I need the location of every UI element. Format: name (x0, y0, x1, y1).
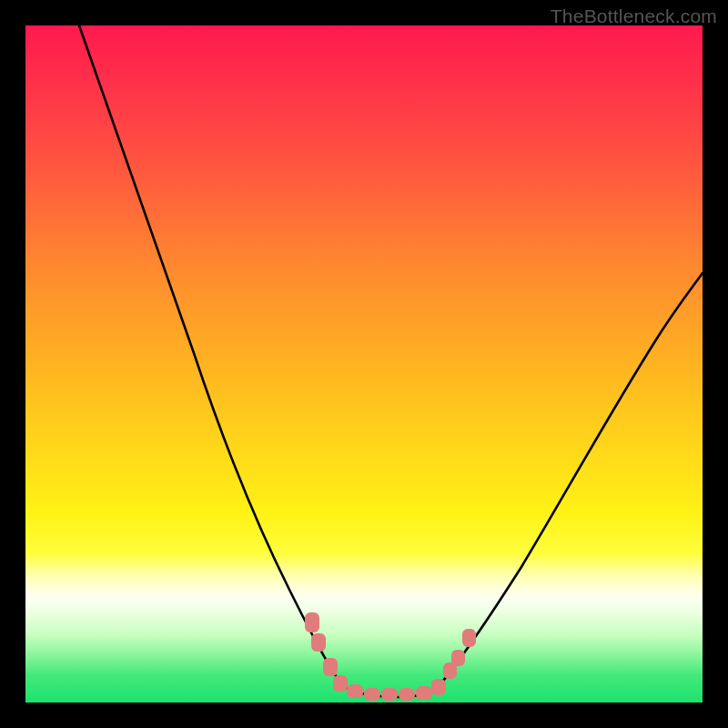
watermark-text: TheBottleneck.com (551, 5, 717, 27)
marker (311, 633, 326, 652)
marker (347, 684, 363, 698)
marker (381, 688, 398, 701)
marker (305, 612, 319, 632)
marker (451, 650, 465, 666)
marker (431, 679, 446, 695)
curve-left-branch (79, 25, 342, 685)
curve-right-branch (440, 273, 703, 685)
marker (364, 688, 380, 701)
marker-group (305, 612, 476, 701)
marker (333, 675, 348, 692)
chart-frame: TheBottleneck.com (0, 0, 728, 728)
marker (416, 686, 432, 700)
marker (323, 658, 338, 676)
marker (462, 629, 476, 647)
plot-area (25, 25, 703, 703)
bottleneck-curve (25, 25, 703, 703)
marker (399, 688, 415, 701)
